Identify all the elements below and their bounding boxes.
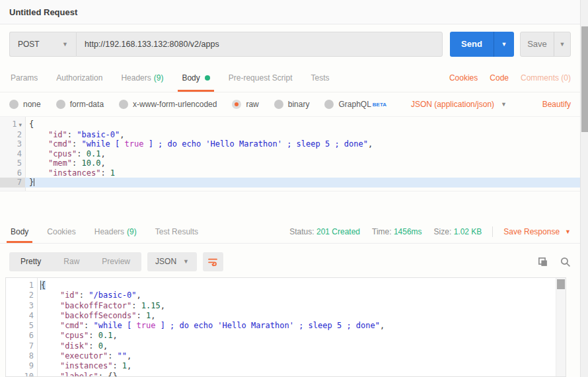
chevron-down-icon: ▼ (62, 41, 68, 48)
response-body-editor[interactable]: 1{2 "id": "/basic-0",3 "backoffFactor": … (5, 277, 566, 377)
postman-window: Untitled Request POST ▼ http://192.168.1… (0, 0, 588, 377)
code-line[interactable]: 10 "labels": {} (6, 372, 566, 377)
cookies-link[interactable]: Cookies (449, 73, 478, 83)
request-body-editor[interactable]: 1▾{2 "id": "basic-0",3 "cmd": "while [ t… (0, 116, 580, 191)
url-value: http://192.168.133.132:8080/v2/apps (85, 40, 219, 49)
save-response-button[interactable]: Save Response ▼ (503, 227, 571, 236)
response-headers-count: (9) (127, 227, 137, 236)
code-text: "id": "basic-0", (25, 130, 580, 140)
url-input[interactable]: http://192.168.133.132:8080/v2/apps (76, 32, 443, 57)
content-type-select[interactable]: JSON (application/json) ▼ (411, 100, 507, 109)
code-line[interactable]: 6 "instances": 1 (0, 168, 580, 178)
code-line[interactable]: 1{ (6, 281, 566, 291)
beta-badge: BETA (373, 102, 386, 108)
tab-params[interactable]: Params (9, 64, 39, 92)
body-type-urlencoded[interactable]: x-www-form-urlencoded (119, 100, 217, 109)
radio-icon (9, 100, 18, 109)
response-view-toolbar: Pretty Raw Preview JSON ▼ (0, 247, 580, 276)
wrap-text-button[interactable] (203, 252, 223, 271)
line-number: 3 (6, 301, 37, 311)
line-number: 6 (0, 168, 25, 178)
method-value: POST (18, 40, 40, 49)
chevron-down-icon: ▼ (501, 41, 507, 48)
code-link[interactable]: Code (490, 73, 509, 83)
code-line[interactable]: 4 "backoffSeconds": 1, (6, 311, 566, 321)
radio-icon (56, 100, 65, 109)
method-select[interactable]: POST ▼ (9, 32, 76, 57)
body-type-form-data[interactable]: form-data (56, 100, 104, 109)
comments-link[interactable]: Comments (0) (521, 73, 571, 83)
response-scrollbar-thumb[interactable] (557, 279, 565, 289)
response-tab-body[interactable]: Body (9, 220, 30, 243)
headers-count: (9) (154, 73, 164, 83)
line-number: 2 (6, 291, 37, 300)
code-line[interactable]: 5 "mem": 10.0, (0, 158, 580, 168)
code-text: "executor": "", (37, 351, 566, 361)
text-cursor (34, 178, 34, 186)
window-scrollbar[interactable] (580, 0, 588, 377)
line-number: 10 (6, 372, 37, 377)
beautify-link[interactable]: Beautify (542, 100, 571, 109)
code-text: "backoffSeconds": 1, (37, 311, 566, 321)
search-button[interactable] (560, 256, 571, 267)
line-number: 3 (0, 139, 25, 149)
code-text: "backoffFactor": 1.15, (37, 301, 566, 311)
send-button[interactable]: Send (450, 32, 494, 57)
line-number: 6 (6, 331, 37, 341)
body-type-binary[interactable]: binary (274, 100, 310, 109)
request-tab-links: Cookies Code Comments (0) (449, 64, 571, 92)
radio-selected-icon (232, 100, 241, 109)
copy-button[interactable] (537, 256, 548, 267)
tab-headers[interactable]: Headers(9) (120, 64, 165, 92)
tab-body[interactable]: Body (180, 64, 211, 92)
code-text: "id": "/basic-0", (37, 291, 566, 300)
code-line[interactable]: 8 "executor": "", (6, 351, 566, 361)
save-button[interactable]: Save (521, 32, 554, 56)
code-line[interactable]: 7} (0, 178, 580, 188)
time-badge: Time: 1456ms (372, 227, 422, 236)
code-line[interactable]: 2 "id": "/basic-0", (6, 291, 566, 300)
code-line[interactable]: 2 "id": "basic-0", (0, 130, 580, 140)
line-number: 9 (6, 361, 37, 371)
line-number: 5 (6, 321, 37, 331)
response-tab-headers[interactable]: Headers(9) (93, 220, 138, 243)
tab-authorization[interactable]: Authorization (55, 64, 104, 92)
view-preview-button[interactable]: Preview (91, 257, 141, 266)
save-button-group: Save ▼ (520, 32, 571, 57)
code-line[interactable]: 5 "cmd": "while [ true ] ; do echo 'Hell… (6, 321, 566, 331)
chevron-down-icon: ▼ (501, 101, 507, 108)
response-tab-cookies[interactable]: Cookies (46, 220, 77, 243)
window-scrollbar-thumb[interactable] (581, 26, 588, 132)
line-number: 7 (6, 341, 37, 351)
line-number: 4 (0, 149, 25, 159)
radio-icon (324, 100, 334, 109)
chevron-down-icon: ▼ (183, 258, 189, 265)
code-line[interactable]: 3 "backoffFactor": 1.15, (6, 301, 566, 311)
code-text: { (25, 120, 580, 130)
response-format-select[interactable]: JSON ▼ (147, 252, 197, 271)
tab-tests[interactable]: Tests (309, 64, 330, 92)
line-number: 7 (0, 178, 25, 188)
body-type-none[interactable]: none (9, 100, 41, 109)
code-line[interactable]: 6 "cpus": 0.1, (6, 331, 566, 341)
tab-pre-request-script[interactable]: Pre-request Script (227, 64, 294, 92)
body-type-row: none form-data x-www-form-urlencoded raw… (0, 92, 580, 116)
line-number: 1▾ (0, 120, 25, 130)
code-line[interactable]: 3 "cmd": "while [ true ] ; do echo 'Hell… (0, 139, 580, 149)
code-line[interactable]: 7 "disk": 0, (6, 341, 566, 351)
fold-caret-icon[interactable]: ▾ (18, 121, 22, 128)
code-line[interactable]: 4 "cpus": 0.1, (0, 149, 580, 159)
code-text: "cmd": "while [ true ] ; do echo 'Hello … (37, 321, 566, 331)
code-line[interactable]: 9 "instances": 1, (6, 361, 566, 371)
code-line[interactable]: 1▾{ (0, 120, 580, 130)
view-raw-button[interactable]: Raw (52, 257, 91, 266)
search-icon (560, 256, 571, 267)
body-type-raw[interactable]: raw (232, 100, 258, 109)
code-text: { (37, 281, 566, 291)
save-options-button[interactable]: ▼ (554, 32, 570, 56)
send-button-group: Send ▼ (450, 32, 514, 57)
view-pretty-button[interactable]: Pretty (9, 257, 52, 266)
response-tab-test-results[interactable]: Test Results (154, 220, 200, 243)
body-type-graphql[interactable]: GraphQL BETA (324, 100, 386, 109)
send-options-button[interactable]: ▼ (494, 32, 514, 57)
